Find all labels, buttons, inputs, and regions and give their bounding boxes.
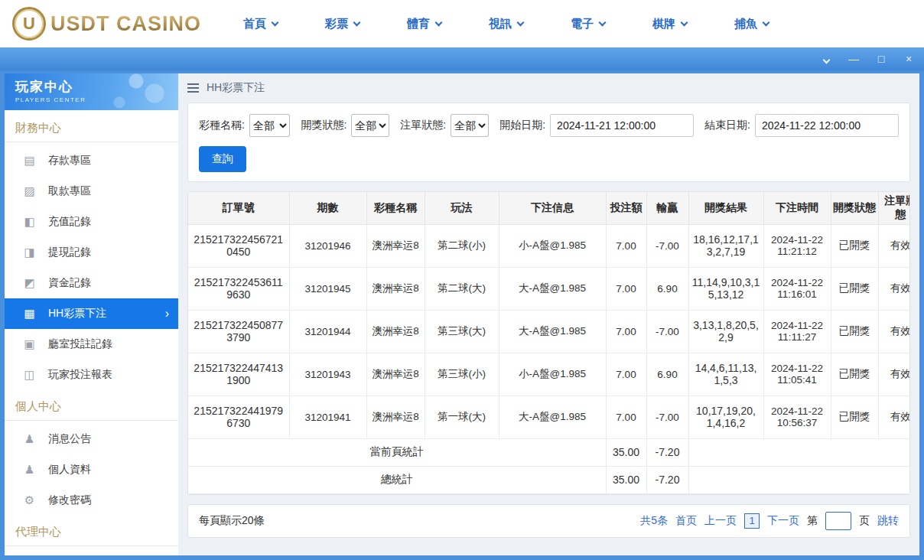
- sidebar-item-label: 廳室投註記錄: [48, 337, 112, 351]
- cell-bet-amount: 7.00: [606, 224, 646, 267]
- order-status-select[interactable]: 全部: [451, 114, 489, 137]
- column-header: 輸贏: [646, 192, 688, 224]
- nav-item[interactable]: 捕魚: [734, 17, 769, 31]
- column-header: 下注時間: [763, 192, 831, 224]
- cell-win-loss: -7.00: [646, 310, 688, 353]
- summary-label: 當前頁統計: [188, 438, 606, 466]
- cell-order-status: 有效: [878, 353, 910, 396]
- sidebar-item-withdraw[interactable]: ▨取款專區: [5, 176, 178, 207]
- sidebar-item-label: HH彩票下注: [48, 307, 106, 321]
- jump-link[interactable]: 跳转: [877, 514, 899, 528]
- cell-draw-status: 已開獎: [831, 310, 878, 353]
- sidebar-item-cashout-record[interactable]: ◨提現記錄: [5, 237, 178, 268]
- sidebar-item-label: 修改密碼: [48, 493, 91, 507]
- minimize-icon[interactable]: —: [848, 54, 860, 64]
- draw-status-select[interactable]: 全部: [351, 114, 389, 137]
- chevron-down-icon: [763, 18, 770, 26]
- cell-bet-info: 小-A盤@1.985: [499, 353, 606, 396]
- cell-order-id: 2152173224567210450: [188, 224, 289, 267]
- logo-text: USDT CASINO: [50, 12, 201, 36]
- order-status-label: 注單狀態:: [400, 119, 446, 132]
- hall-bet-record-icon: ▣: [23, 337, 36, 351]
- sidebar-item-lottery-bet[interactable]: ▦HH彩票下注›: [5, 298, 178, 329]
- sidebar-item-player-bet-report[interactable]: ◫玩家投注報表: [5, 360, 178, 390]
- summary-row: 當前頁統計35.00-7.20: [188, 438, 910, 466]
- column-header: 開獎狀態: [831, 192, 878, 224]
- cell-win-loss: 6.90: [646, 353, 688, 396]
- next-page-link[interactable]: 下一页: [767, 514, 799, 528]
- sidebar-item-funds-record[interactable]: ◩資金記錄: [5, 268, 178, 298]
- filter-panel: 彩種名稱: 全部 開獎狀態: 全部 注單狀態: 全部 開始日期: 結束日期:: [187, 103, 910, 182]
- sidebar-item-recharge-record[interactable]: ◧充值記錄: [5, 207, 178, 237]
- cell-bet-amount: 7.00: [606, 353, 646, 396]
- top-header: U USDT CASINO 首頁彩票體育視訊電子棋牌捕魚: [0, 0, 924, 47]
- sidebar-item-announcement[interactable]: ♟消息公告: [5, 424, 178, 454]
- query-button[interactable]: 查詢: [199, 146, 246, 172]
- cell-win-loss: -7.00: [646, 224, 688, 267]
- column-header: 下注信息: [499, 192, 606, 224]
- page-jump-input[interactable]: [825, 512, 851, 530]
- change-password-icon: ⚙: [23, 493, 36, 507]
- withdraw-icon: ▨: [23, 184, 36, 198]
- chevron-down-icon: [272, 18, 279, 26]
- nav-item-label: 視訊: [489, 17, 512, 31]
- player-bet-report-icon: ◫: [23, 368, 36, 382]
- sidebar-item-label: 玩家投注報表: [48, 368, 112, 382]
- nav-item[interactable]: 電子: [571, 17, 605, 31]
- sidebar-item-change-password[interactable]: ⚙修改密碼: [5, 485, 178, 516]
- prev-page-link[interactable]: 上一页: [704, 514, 737, 528]
- cell-draw-status: 已開獎: [831, 267, 878, 310]
- cell-bet-amount: 7.00: [606, 310, 646, 353]
- summary-row: 總統計35.00-7.20: [188, 466, 910, 493]
- end-date-input[interactable]: [755, 114, 899, 137]
- brand-logo: U USDT CASINO: [12, 7, 201, 41]
- nav-item-label: 棋牌: [652, 17, 675, 31]
- app-window: U USDT CASINO 首頁彩票體育視訊電子棋牌捕魚 — □ × 玩家中心 …: [0, 0, 924, 560]
- cell-draw-result: 10,17,19,20,1,4,16,2: [688, 396, 763, 438]
- column-header: 玩法: [425, 192, 499, 224]
- maximize-icon[interactable]: □: [875, 54, 887, 64]
- close-icon[interactable]: ×: [903, 54, 915, 64]
- start-date-label: 開始日期:: [499, 119, 545, 132]
- lottery-name-select[interactable]: 全部: [249, 114, 291, 137]
- lottery-name-label: 彩種名稱:: [199, 119, 245, 132]
- cell-bet-amount: 7.00: [606, 267, 646, 310]
- current-page-button[interactable]: 1: [744, 513, 760, 529]
- table-row: 215217322441979673031201941澳洲幸运8第一球(大)大-…: [188, 396, 910, 438]
- cell-play-type: 第三球(小): [425, 353, 499, 396]
- sidebar-item-profile[interactable]: ♟個人資料: [5, 454, 178, 485]
- per-page-label: 每頁顯示20條: [199, 514, 265, 528]
- nav-item-label: 電子: [571, 17, 594, 31]
- column-header: 注單狀態: [878, 192, 910, 224]
- sidebar: 玩家中心 PLAYERS CENTER 財務中心▤存款專區▨取款專區◧充值記錄◨…: [5, 73, 178, 555]
- first-page-link[interactable]: 首页: [675, 514, 697, 528]
- summary-empty: [688, 438, 910, 466]
- lottery-bet-icon: ▦: [23, 307, 36, 321]
- cell-order-status: 有效: [878, 310, 910, 353]
- cell-bet-info: 大-A盤@1.985: [499, 396, 606, 438]
- table-row: 215217322456721045031201946澳洲幸运8第二球(小)小-…: [188, 224, 910, 267]
- main-content: HH彩票下注 彩種名稱: 全部 開獎狀態: 全部 注單狀態: 全部: [178, 73, 919, 555]
- cell-play-type: 第三球(大): [425, 310, 499, 353]
- collapse-chevron-icon[interactable]: [820, 54, 832, 64]
- nav-item[interactable]: 首頁: [243, 17, 278, 31]
- nav-item[interactable]: 體育: [407, 17, 441, 31]
- nav-item[interactable]: 棋牌: [652, 17, 687, 31]
- sidebar-item-hall-bet-record[interactable]: ▣廳室投註記錄: [5, 329, 178, 360]
- menu-toggle-icon[interactable]: [187, 83, 199, 93]
- summary-label: 總統計: [188, 466, 606, 493]
- window-titlebar: — □ ×: [0, 47, 924, 70]
- bets-table: 訂單號期數彩種名稱玩法下注信息投注額輸贏開獎結果下注時間開獎狀態注單狀態 215…: [188, 192, 910, 494]
- sidebar-item-deposit[interactable]: ▤存款專區: [5, 145, 178, 176]
- cell-play-type: 第二球(小): [425, 224, 499, 267]
- column-header: 開獎結果: [688, 192, 763, 224]
- cell-draw-result: 14,4,6,11,13,1,5,3: [688, 353, 763, 396]
- chevron-right-icon: ›: [165, 307, 169, 321]
- nav-item[interactable]: 視訊: [489, 17, 523, 31]
- cell-lottery-name: 澳洲幸运8: [366, 310, 425, 353]
- start-date-input[interactable]: [550, 114, 694, 137]
- page-jump-prefix: 第: [807, 514, 818, 528]
- nav-item[interactable]: 彩票: [325, 17, 360, 31]
- sidebar-section-label: 個人中心: [5, 390, 178, 421]
- table-row: 215217322447413190031201943澳洲幸运8第三球(小)小-…: [188, 353, 910, 396]
